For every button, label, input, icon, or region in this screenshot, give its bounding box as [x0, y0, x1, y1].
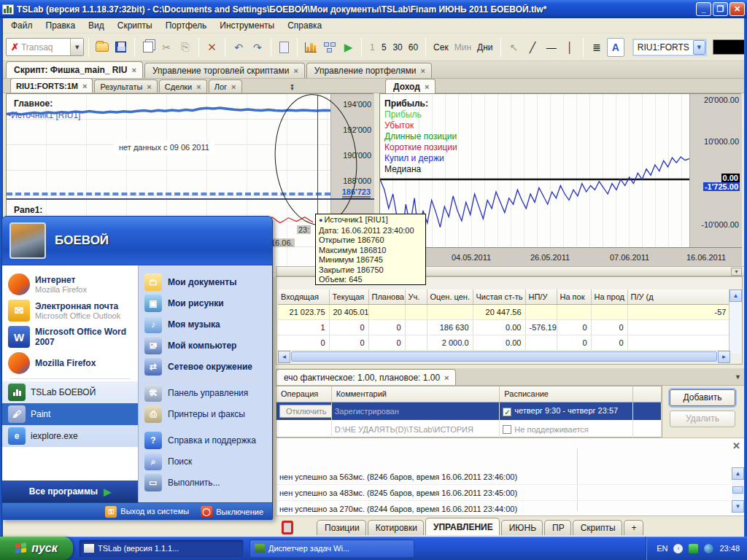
task-button-2[interactable]: Диспетчер задач Wi... — [249, 540, 414, 558]
schema-view-button[interactable] — [321, 38, 338, 57]
unit-button-Сек[interactable]: Сек — [430, 39, 452, 55]
tab-close-icon[interactable]: × — [293, 66, 298, 75]
scroll-right-icon[interactable]: ► — [718, 351, 730, 363]
tray-chevron-icon[interactable]: ‹ — [673, 544, 683, 553]
col-header-Оцен. цен.[interactable]: Оцен. цен. — [427, 289, 473, 304]
restore-button[interactable]: ❐ — [713, 2, 728, 16]
collapse-arrow-icon[interactable]: ▾ — [731, 268, 742, 276]
unit-button-Мин[interactable]: Мин — [452, 39, 474, 55]
start-item-Моя музыка[interactable]: ♪Моя музыка — [139, 314, 272, 335]
checkbox-unchecked[interactable] — [503, 425, 511, 434]
disable-button[interactable]: Отключить — [279, 405, 331, 418]
pointer-tool-button[interactable]: ↖ — [506, 38, 523, 57]
workspace-tab-Позиции[interactable]: Позиции — [317, 520, 366, 535]
chart-tab-Лог[interactable]: Лог× — [209, 79, 242, 93]
positions-table[interactable]: ВходящаяТекущаяПлановаУч.Оцен. цен.Чиста… — [278, 289, 731, 351]
redo-button[interactable]: ↷ — [249, 38, 266, 57]
tab-Управление портфелями[interactable]: Управление портфелями× — [306, 63, 432, 78]
schedule-row[interactable]: D:\НЕ УДАЛЯТЬ(D)\TSLab\ИСТОРИЯНе поддерж… — [276, 420, 662, 438]
tab-close-icon[interactable]: × — [147, 82, 151, 91]
start-item-Paint[interactable]: 🖌Paint — [2, 403, 138, 425]
workspace-tab-Котировки[interactable]: Котировки — [368, 520, 424, 535]
col-header-На пок[interactable]: На пок — [557, 289, 591, 304]
unit-button-Дни[interactable]: Дни — [474, 39, 495, 55]
table-row[interactable]: 21 023.7520 405.0120 447.56-57 — [278, 304, 730, 319]
interval-button-60[interactable]: 60 — [406, 39, 421, 55]
start-item-Интернет[interactable]: ИнтернетMozilla Firefox — [2, 271, 138, 298]
color-swatch[interactable] — [713, 39, 747, 55]
col-header-Уч.[interactable]: Уч. — [405, 289, 427, 304]
tab-close-icon[interactable]: × — [82, 82, 87, 90]
copy-button[interactable] — [139, 38, 157, 57]
col-header-Комментарий[interactable]: Комментарий — [331, 386, 500, 402]
delete-button[interactable]: ✕ — [204, 38, 221, 57]
start-item-Microsoft Office Word 2007[interactable]: WMicrosoft Office Word 2007 — [2, 324, 138, 350]
scroll-up-icon[interactable]: ▲ — [732, 467, 744, 480]
start-item-Панель управления[interactable]: 🛠Панель управления — [139, 382, 272, 403]
tabbar-dropdown-icon[interactable]: ▼ — [735, 373, 741, 381]
scrollbar-thumb[interactable] — [291, 351, 717, 362]
workspace-tab-ПР[interactable]: ПР — [544, 520, 571, 535]
tab-close-icon[interactable]: × — [132, 66, 136, 74]
col-header-Чистая ст-ть[interactable]: Чистая ст-ть — [473, 289, 525, 304]
instrument-combo[interactable]: RIU1:FORTS ▾ — [632, 39, 707, 56]
menu-Портфель[interactable]: Портфель — [159, 19, 214, 32]
interval-button-30[interactable]: 30 — [390, 39, 405, 55]
horizontal-line-tool-button[interactable]: — — [543, 38, 560, 57]
tab-Скрипт: Фишка_main_ RIU[interactable]: Скрипт: Фишка_main_ RIU× — [6, 61, 143, 78]
col-header-П/У (д[interactable]: П/У (д — [627, 289, 730, 304]
add-button[interactable]: Добавить — [670, 389, 735, 406]
start-item-Принтеры и факсы[interactable]: ⎙Принтеры и факсы — [139, 403, 272, 424]
schedule-table[interactable]: ОперацияКомментарийРасписание ОтключитьЗ… — [276, 386, 662, 438]
menu-Справка[interactable]: Справка — [281, 19, 328, 32]
instrument-dropdown-arrow[interactable]: ▾ — [693, 40, 705, 55]
start-item-Электронная почта[interactable]: ✉Электронная почтаMicrosoft Office Outlo… — [2, 298, 138, 324]
tab-close-icon[interactable]: × — [196, 82, 201, 91]
equity-time-axis[interactable]: 04.05.201126.05.201107.06.201116.06.2011 — [380, 247, 742, 267]
start-item-iexplore.exe[interactable]: eiexplore.exe — [2, 425, 138, 447]
task-button-1[interactable]: TSLab (версия 1.1.1... — [79, 540, 244, 558]
scrollbar-thumb[interactable] — [732, 486, 743, 494]
log-panel[interactable]: ✕ нен успешно за 563мс. (8246 баров, вре… — [276, 438, 747, 516]
tab-close-icon[interactable]: × — [231, 82, 236, 91]
start-item-Сетевое окружение[interactable]: ⇄Сетевое окружение — [139, 356, 272, 377]
start-item-Mozilla Firefox[interactable]: Mozilla Firefox — [2, 350, 138, 376]
undo-button[interactable]: ↶ — [230, 38, 247, 57]
minimize-button[interactable]: _ — [696, 2, 711, 16]
scroll-left-icon[interactable]: ◄ — [278, 351, 290, 363]
tab-Управление торговлей скриптами[interactable]: Управление торговлей скриптами× — [144, 63, 305, 78]
annotation-tool-button[interactable]: ≣ — [588, 38, 605, 57]
start-item-Выполнить...[interactable]: ▭Выполнить... — [139, 472, 272, 493]
workspace-tab-ИЮНЬ[interactable]: ИЮНЬ — [501, 520, 543, 535]
start-item-Мой компьютер[interactable]: 🖳Мой компьютер — [139, 335, 272, 356]
interval-button-1[interactable]: 1 — [366, 39, 378, 55]
table-row[interactable]: 100186 6300.00-576.1900 — [278, 319, 730, 335]
run-script-button[interactable]: ▶ — [340, 38, 357, 57]
interval-button-5[interactable]: 5 — [378, 39, 390, 55]
tab-close-icon[interactable]: × — [425, 82, 429, 91]
tab-close-icon[interactable]: × — [421, 66, 425, 75]
script-properties-button[interactable] — [276, 38, 293, 57]
logout-button[interactable]: ⚿Выход из системы — [105, 506, 189, 518]
tab-close-icon[interactable]: × — [444, 373, 449, 382]
positions-vertical-scrollbar[interactable]: ▲ — [729, 289, 741, 354]
col-header-Входящая[interactable]: Входящая — [278, 289, 329, 304]
start-item-Поиск[interactable]: ⌕Поиск — [139, 451, 272, 472]
close-button[interactable]: ✕ — [729, 2, 745, 16]
menu-Вид[interactable]: Вид — [82, 19, 111, 32]
tray-app-icon[interactable] — [689, 544, 698, 553]
equity-chart-plot[interactable]: Прибыль: ПрибыльУбытокДлинные позицииКор… — [380, 94, 689, 247]
trend-line-tool-button[interactable]: ╱ — [524, 38, 541, 57]
menu-Инструменты[interactable]: Инструменты — [213, 19, 281, 32]
record-icon[interactable] — [282, 521, 293, 534]
workspace-tab-Скрипты[interactable]: Скрипты — [573, 520, 622, 535]
col-header-НП/У[interactable]: НП/У — [525, 289, 557, 304]
col-header-На прод[interactable]: На прод — [591, 289, 627, 304]
language-indicator[interactable]: EN — [657, 544, 667, 553]
schedule-row[interactable]: ОтключитьЗарегистрирован✓четверг 9:30 - … — [276, 402, 662, 420]
col-header-Текущая[interactable]: Текущая — [329, 289, 368, 304]
start-item-Мои документы[interactable]: 🗀Мои документы — [139, 271, 272, 292]
col-header-Планова[interactable]: Планова — [368, 289, 405, 304]
text-tool-button[interactable]: A — [607, 38, 624, 57]
start-button[interactable]: пуск — [0, 537, 73, 560]
